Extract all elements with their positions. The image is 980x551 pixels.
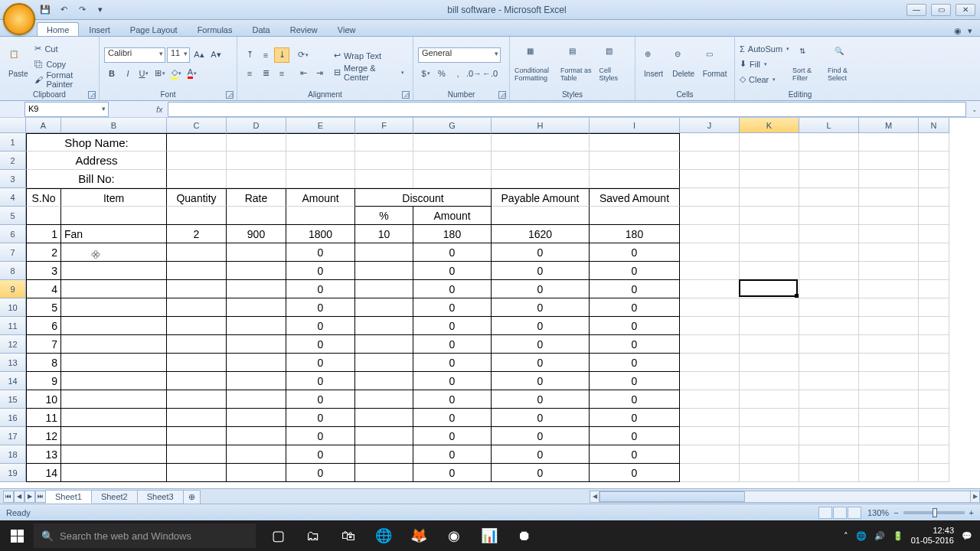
column-header-A[interactable]: A bbox=[26, 118, 61, 133]
scroll-left-icon[interactable]: ◀ bbox=[590, 491, 599, 502]
network-icon[interactable]: 🌐 bbox=[856, 531, 867, 541]
minimize-button[interactable]: — bbox=[906, 4, 926, 16]
column-header-G[interactable]: G bbox=[413, 118, 492, 133]
column-header-M[interactable]: M bbox=[859, 118, 919, 133]
notifications-icon[interactable]: 💬 bbox=[962, 531, 972, 541]
chrome-icon[interactable]: ◉ bbox=[436, 520, 472, 551]
tab-last-icon[interactable]: ⏭ bbox=[35, 491, 46, 503]
increase-decimal-icon[interactable]: .0→ bbox=[466, 66, 482, 81]
decrease-decimal-icon[interactable]: ←.0 bbox=[482, 66, 498, 81]
number-format-combo[interactable]: General bbox=[418, 47, 501, 63]
redo-icon[interactable]: ↷ bbox=[75, 3, 89, 17]
tab-first-icon[interactable]: ⏮ bbox=[3, 491, 14, 503]
clear-button[interactable]: ◇Clear▾ bbox=[740, 73, 789, 86]
undo-icon[interactable]: ↶ bbox=[57, 3, 70, 17]
scroll-right-icon[interactable]: ▶ bbox=[970, 491, 979, 502]
percent-icon[interactable]: % bbox=[434, 66, 449, 81]
store-icon[interactable]: 🛍 bbox=[331, 520, 366, 551]
maximize-button[interactable]: ▭ bbox=[931, 4, 951, 16]
help-icon[interactable]: ◉ bbox=[954, 26, 962, 36]
row-header-4[interactable]: 4 bbox=[0, 188, 26, 207]
row-header-14[interactable]: 14 bbox=[0, 372, 26, 390]
format-table-button[interactable]: ▤Format as Table bbox=[560, 41, 596, 87]
row-header-13[interactable]: 13 bbox=[0, 354, 26, 372]
row-header-11[interactable]: 11 bbox=[0, 317, 26, 335]
normal-view-icon[interactable] bbox=[818, 507, 832, 519]
column-header-I[interactable]: I bbox=[590, 118, 680, 133]
row-header-15[interactable]: 15 bbox=[0, 390, 26, 409]
currency-icon[interactable]: $▾ bbox=[418, 66, 433, 81]
increase-indent-icon[interactable]: ⇥ bbox=[312, 66, 327, 81]
recorder-icon[interactable]: ⏺ bbox=[507, 520, 542, 551]
zoom-slider[interactable] bbox=[903, 511, 965, 514]
autosum-button[interactable]: ΣAutoSum▾ bbox=[740, 42, 789, 56]
column-header-E[interactable]: E bbox=[286, 118, 355, 133]
format-button[interactable]: ▭Format bbox=[700, 41, 730, 87]
row-header-18[interactable]: 18 bbox=[0, 445, 26, 464]
row-header-8[interactable]: 8 bbox=[0, 262, 26, 280]
tray-up-icon[interactable]: ˄ bbox=[844, 531, 848, 541]
row-header-3[interactable]: 3 bbox=[0, 170, 26, 188]
new-sheet-icon[interactable]: ⊕ bbox=[183, 490, 201, 504]
pagelayout-view-icon[interactable] bbox=[833, 507, 847, 519]
tab-home[interactable]: Home bbox=[37, 22, 79, 36]
conditional-formatting-button[interactable]: ▦Conditional Formatting bbox=[514, 41, 557, 87]
row-header-2[interactable]: 2 bbox=[0, 152, 26, 170]
sheet-tab-3[interactable]: Sheet3 bbox=[137, 490, 184, 503]
cut-button[interactable]: ✂Cut bbox=[34, 42, 94, 56]
number-dialog-icon[interactable]: ◿ bbox=[498, 91, 506, 99]
tab-insert[interactable]: Insert bbox=[79, 22, 120, 36]
name-box[interactable]: K9 bbox=[24, 102, 109, 117]
comma-icon[interactable]: , bbox=[450, 66, 466, 81]
row-header-1[interactable]: 1 bbox=[0, 133, 26, 152]
row-header-7[interactable]: 7 bbox=[0, 243, 26, 262]
bold-button[interactable]: B bbox=[104, 66, 119, 81]
decrease-indent-icon[interactable]: ⇤ bbox=[296, 66, 311, 81]
tab-next-icon[interactable]: ▶ bbox=[24, 491, 35, 503]
align-top-icon[interactable]: ⤒ bbox=[242, 47, 257, 63]
alignment-dialog-icon[interactable]: ◿ bbox=[402, 91, 410, 99]
merge-center-button[interactable]: ⊟Merge & Center▾ bbox=[330, 66, 408, 80]
row-header-12[interactable]: 12 bbox=[0, 335, 26, 354]
horizontal-scrollbar[interactable]: ◀ ▶ bbox=[590, 491, 980, 503]
row-header-6[interactable]: 6 bbox=[0, 225, 26, 243]
find-select-button[interactable]: 🔍Find & Select bbox=[828, 41, 860, 87]
tab-data[interactable]: Data bbox=[242, 22, 279, 36]
close-button[interactable]: ✕ bbox=[956, 4, 975, 16]
firefox-icon[interactable]: 🦊 bbox=[401, 520, 436, 551]
zoom-out-icon[interactable]: − bbox=[893, 508, 898, 517]
column-header-F[interactable]: F bbox=[355, 118, 413, 133]
save-icon[interactable]: 💾 bbox=[38, 3, 52, 17]
clipboard-dialog-icon[interactable]: ◿ bbox=[88, 91, 96, 99]
align-left-icon[interactable]: ≡ bbox=[242, 66, 257, 81]
formula-input[interactable] bbox=[168, 102, 966, 117]
volume-icon[interactable]: 🔊 bbox=[874, 531, 885, 541]
battery-icon[interactable]: 🔋 bbox=[893, 531, 903, 541]
column-header-C[interactable]: C bbox=[167, 118, 227, 133]
sheet-tab-2[interactable]: Sheet2 bbox=[91, 490, 138, 503]
row-header-19[interactable]: 19 bbox=[0, 464, 26, 482]
column-header-L[interactable]: L bbox=[799, 118, 859, 133]
column-header-D[interactable]: D bbox=[227, 118, 286, 133]
excel-taskbar-icon[interactable]: 📊 bbox=[472, 520, 507, 551]
align-bottom-icon[interactable]: ⤓ bbox=[274, 47, 289, 63]
expand-formula-bar-icon[interactable]: ⌄ bbox=[969, 106, 980, 113]
font-color-button[interactable]: A▾ bbox=[185, 66, 200, 81]
column-header-K[interactable]: K bbox=[740, 118, 799, 133]
fx-icon[interactable]: fx bbox=[110, 105, 168, 114]
qat-customize-icon[interactable]: ▾ bbox=[93, 3, 107, 17]
shrink-font-icon[interactable]: A▾ bbox=[208, 47, 224, 63]
row-header-9[interactable]: 9 bbox=[0, 280, 26, 298]
tab-formulas[interactable]: Formulas bbox=[188, 22, 243, 36]
row-header-5[interactable]: 5 bbox=[0, 207, 26, 225]
sort-filter-button[interactable]: ⇅Sort & Filter bbox=[792, 41, 825, 87]
office-button[interactable] bbox=[3, 3, 35, 35]
taskbar-search[interactable]: 🔍 Search the web and Windows bbox=[34, 523, 256, 548]
orientation-icon[interactable]: ⟳▾ bbox=[296, 47, 311, 63]
underline-button[interactable]: U▾ bbox=[136, 66, 152, 81]
font-dialog-icon[interactable]: ◿ bbox=[226, 91, 234, 99]
border-button[interactable]: ⊞▾ bbox=[152, 66, 168, 81]
scroll-thumb[interactable] bbox=[599, 491, 745, 502]
align-middle-icon[interactable]: ≡ bbox=[258, 47, 273, 63]
column-header-B[interactable]: B bbox=[61, 118, 167, 133]
